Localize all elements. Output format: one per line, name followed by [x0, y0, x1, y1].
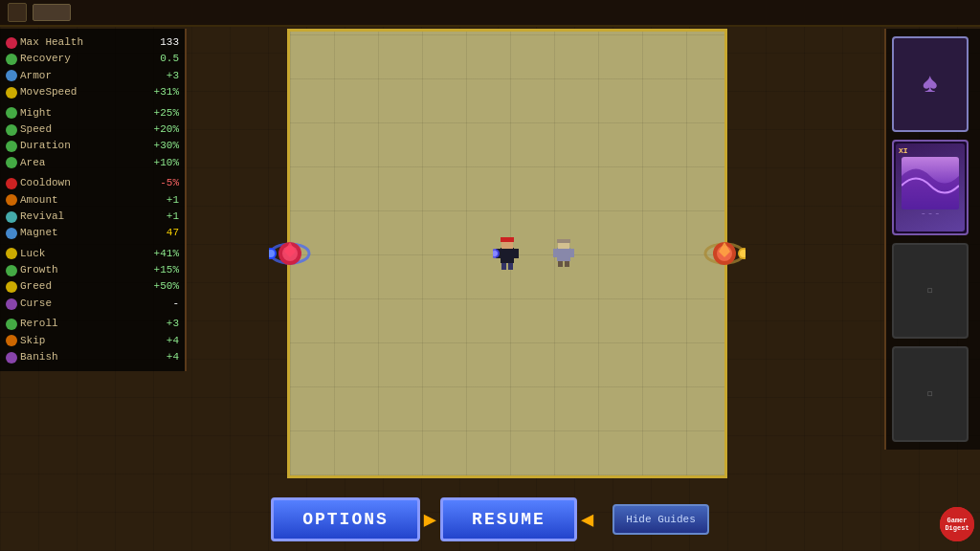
svg-rect-12: [553, 249, 557, 257]
enemy-left: [269, 234, 311, 273]
stat-row-cooldown: Cooldown -5%: [4, 175, 181, 191]
stat-row-speed: Speed +20%: [4, 121, 181, 138]
stat-row-greed: Greed +50%: [4, 278, 181, 295]
svg-rect-9: [557, 248, 570, 261]
growth-icon: [6, 265, 17, 276]
bottom-bar: OPTIONS ▶ RESUME ◀ Hide Guides: [0, 497, 980, 541]
cooldown-icon: [6, 178, 17, 189]
svg-rect-14: [558, 261, 563, 267]
duration-icon: [6, 141, 17, 152]
top-bar: [0, 0, 980, 27]
area-icon: [6, 157, 17, 168]
svg-rect-2: [501, 237, 514, 242]
stat-row-skip: Skip +4: [4, 333, 181, 349]
stat-row-banish: Banish +4: [4, 349, 181, 365]
top-deco-2: [33, 4, 71, 21]
svg-text:Gamer: Gamer: [947, 517, 967, 524]
greed-icon: [6, 281, 17, 293]
stat-row-growth: Growth +15%: [4, 262, 181, 278]
maxhealth-icon: [6, 37, 17, 49]
stat-row-reroll: Reroll +3: [4, 316, 181, 332]
card-slot-1[interactable]: ♠: [892, 36, 969, 132]
svg-rect-0: [501, 248, 514, 263]
options-button[interactable]: OPTIONS: [271, 497, 420, 541]
player-character: [492, 238, 523, 269]
arrow-left-icon: ◀: [577, 507, 597, 533]
card-slot-4: ▫: [892, 346, 969, 442]
stat-row-luck: Luck +41%: [4, 246, 181, 262]
banish-icon: [6, 352, 17, 364]
armor-icon: [6, 70, 17, 81]
skip-icon: [6, 335, 17, 346]
recovery-icon: [6, 54, 17, 65]
card-slot-2[interactable]: XI ~ ~ ~: [892, 140, 969, 235]
resume-button[interactable]: RESUME: [440, 497, 577, 541]
svg-rect-5: [501, 263, 506, 270]
magnet-icon: [6, 228, 17, 239]
gamer-digest-logo: Gamer Digest: [940, 507, 974, 541]
arrow-right-icon: ▶: [420, 507, 440, 533]
stat-row-curse: Curse -: [4, 296, 181, 312]
reroll-icon: [6, 319, 17, 330]
hide-guides-button[interactable]: Hide Guides: [612, 504, 709, 535]
svg-rect-13: [570, 249, 574, 257]
stat-row-might: Might +25%: [4, 105, 181, 121]
npc-character: [550, 238, 577, 269]
stat-row-duration: Duration +30%: [4, 138, 181, 154]
stats-panel: Max Health 133 Recovery 0.5 Armor +3 Mov…: [0, 29, 187, 371]
stat-row-recovery: Recovery 0.5: [4, 51, 181, 67]
svg-rect-4: [514, 249, 519, 258]
stat-row-revival: Revival +1: [4, 209, 181, 225]
curse-icon: [6, 298, 17, 310]
game-arena: [287, 29, 727, 478]
amount-icon: [6, 194, 17, 206]
right-panel: ♠ XI ~ ~ ~ ▫ ▫: [884, 29, 980, 450]
revival-icon: [6, 211, 17, 223]
top-deco-1: [8, 3, 27, 22]
svg-rect-11: [557, 239, 570, 243]
stat-row-amount: Amount +1: [4, 192, 181, 209]
enemy-right: [703, 234, 746, 273]
luck-icon: [6, 248, 17, 259]
stat-row-movespeed: MoveSpeed +31%: [4, 84, 181, 100]
svg-text:Digest: Digest: [945, 524, 969, 532]
stat-row-maxhealth: Max Health 133: [4, 34, 181, 51]
movespeed-icon: [6, 87, 17, 99]
card-slot-3: ▫: [892, 243, 969, 339]
speed-icon: [6, 124, 17, 136]
stat-row-area: Area +10%: [4, 155, 181, 171]
stat-row-magnet: Magnet 47: [4, 225, 181, 241]
svg-rect-15: [565, 261, 569, 267]
gamer-digest-badge: Gamer Digest: [940, 507, 974, 541]
might-icon: [6, 107, 17, 119]
stat-row-armor: Armor +3: [4, 68, 181, 84]
svg-rect-6: [508, 263, 513, 270]
